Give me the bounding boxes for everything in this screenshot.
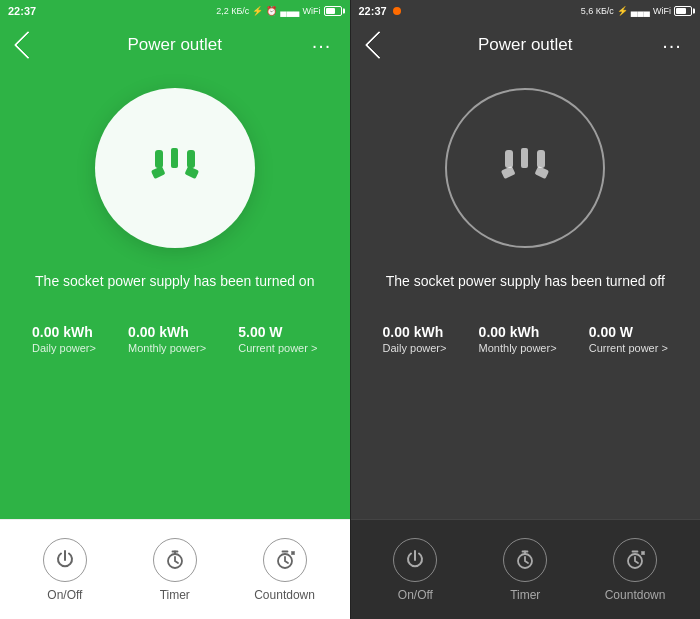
svg-rect-9 [521, 148, 528, 168]
stat-current-value-off: 0.00 W [589, 324, 633, 340]
wifi-icon-off: WiFi [653, 6, 671, 16]
toolbar-onoff-off[interactable]: On/Off [380, 538, 450, 602]
toolbar-timer-label-off: Timer [510, 588, 540, 602]
stat-monthly-label-on: Monthly power> [128, 342, 206, 354]
stat-monthly-value-off: 0.00 kWh [479, 324, 540, 340]
network-info-on: 2,2 КБ/с [216, 6, 249, 16]
status-text-off: The socket power supply has been turned … [356, 272, 695, 292]
toolbar-timer-on[interactable]: Timer [140, 538, 210, 602]
outlet-svg-on [135, 128, 215, 208]
title-off: Power outlet [395, 35, 657, 55]
bluetooth-icon-off: ⚡ [617, 6, 628, 16]
timer-icon-off [514, 549, 536, 571]
toolbar-countdown-on[interactable]: Countdown [250, 538, 320, 602]
battery-icon-off [674, 6, 692, 16]
power-circle-on[interactable] [95, 88, 255, 248]
more-dots-on: ··· [312, 35, 332, 55]
stat-daily-value-on: 0.00 kWh [32, 324, 93, 340]
stat-current-off[interactable]: 0.00 W Current power > [589, 324, 668, 354]
timer-icon-circle-on [153, 538, 197, 582]
back-button-off[interactable] [363, 29, 395, 61]
notification-dot-off [393, 7, 401, 15]
main-on: The socket power supply has been turned … [0, 68, 350, 519]
time-on: 22:37 [8, 5, 36, 17]
toolbar-onoff-label-on: On/Off [47, 588, 82, 602]
outlet-svg-off [485, 128, 565, 208]
toolbar-countdown-label-on: Countdown [254, 588, 315, 602]
stat-daily-label-off: Daily power> [383, 342, 447, 354]
bottom-toolbar-off: On/Off Timer [351, 519, 701, 619]
onoff-icon-circle-on [43, 538, 87, 582]
back-arrow-on [14, 31, 42, 59]
time-off: 22:37 [359, 5, 387, 17]
svg-rect-8 [501, 166, 516, 179]
back-arrow-off [364, 31, 392, 59]
main-off: The socket power supply has been turned … [351, 68, 701, 519]
stat-current-on[interactable]: 5.00 W Current power > [238, 324, 317, 354]
svg-rect-7 [505, 150, 513, 168]
svg-rect-1 [151, 166, 166, 179]
more-dots-off: ··· [662, 35, 682, 55]
panel-off: 22:37 5,6 КБ/с ⚡ ▄▄▄ WiFi Power outlet ·… [351, 0, 701, 619]
stat-monthly-on[interactable]: 0.00 kWh Monthly power> [128, 324, 206, 354]
status-icons-off: 5,6 КБ/с ⚡ ▄▄▄ WiFi [581, 6, 692, 16]
svg-rect-2 [171, 148, 178, 168]
stat-daily-value-off: 0.00 kWh [383, 324, 444, 340]
svg-rect-4 [184, 166, 199, 179]
toolbar-timer-off[interactable]: Timer [490, 538, 560, 602]
power-icon-on [54, 549, 76, 571]
header-off: Power outlet ··· [351, 22, 701, 68]
onoff-icon-circle-off [393, 538, 437, 582]
countdown-icon-circle-on [263, 538, 307, 582]
power-stats-off: 0.00 kWh Daily power> 0.00 kWh Monthly p… [351, 312, 701, 366]
stat-current-label-on: Current power > [238, 342, 317, 354]
toolbar-countdown-off[interactable]: Countdown [600, 538, 670, 602]
back-button-on[interactable] [12, 29, 44, 61]
power-circle-off[interactable] [445, 88, 605, 248]
stat-daily-label-on: Daily power> [32, 342, 96, 354]
stat-current-label-off: Current power > [589, 342, 668, 354]
more-button-off[interactable]: ··· [656, 29, 688, 61]
bluetooth-icon: ⚡ [252, 6, 263, 16]
countdown-icon-circle-off [613, 538, 657, 582]
countdown-icon-on [274, 549, 296, 571]
countdown-icon-off [624, 549, 646, 571]
wifi-icon: WiFi [303, 6, 321, 16]
timer-icon-on [164, 549, 186, 571]
stat-monthly-off[interactable]: 0.00 kWh Monthly power> [479, 324, 557, 354]
header-on: Power outlet ··· [0, 22, 350, 68]
toolbar-timer-label-on: Timer [160, 588, 190, 602]
stat-current-value-on: 5.00 W [238, 324, 282, 340]
stat-monthly-value-on: 0.00 kWh [128, 324, 189, 340]
svg-rect-0 [155, 150, 163, 168]
stat-daily-on[interactable]: 0.00 kWh Daily power> [32, 324, 96, 354]
panel-on: 22:37 2,2 КБ/с ⚡ ⏰ ▄▄▄ WiFi Power outlet… [0, 0, 350, 619]
alarm-icon: ⏰ [266, 6, 277, 16]
signal-icon-off: ▄▄▄ [631, 6, 650, 16]
status-icons-on: 2,2 КБ/с ⚡ ⏰ ▄▄▄ WiFi [216, 6, 341, 16]
toolbar-onoff-on[interactable]: On/Off [30, 538, 100, 602]
svg-rect-10 [537, 150, 545, 168]
network-info-off: 5,6 КБ/с [581, 6, 614, 16]
svg-rect-3 [187, 150, 195, 168]
timer-icon-circle-off [503, 538, 547, 582]
stat-daily-off[interactable]: 0.00 kWh Daily power> [383, 324, 447, 354]
toolbar-countdown-label-off: Countdown [605, 588, 666, 602]
title-on: Power outlet [44, 35, 306, 55]
status-bar-on: 22:37 2,2 КБ/с ⚡ ⏰ ▄▄▄ WiFi [0, 0, 350, 22]
status-text-on: The socket power supply has been turned … [5, 272, 344, 292]
battery-icon-on [324, 6, 342, 16]
stat-monthly-label-off: Monthly power> [479, 342, 557, 354]
power-icon-off [404, 549, 426, 571]
power-stats-on: 0.00 kWh Daily power> 0.00 kWh Monthly p… [0, 312, 350, 366]
signal-icon: ▄▄▄ [280, 6, 299, 16]
bottom-toolbar-on: On/Off Timer [0, 519, 350, 619]
status-bar-off: 22:37 5,6 КБ/с ⚡ ▄▄▄ WiFi [351, 0, 701, 22]
svg-rect-11 [535, 166, 550, 179]
more-button-on[interactable]: ··· [306, 29, 338, 61]
toolbar-onoff-label-off: On/Off [398, 588, 433, 602]
